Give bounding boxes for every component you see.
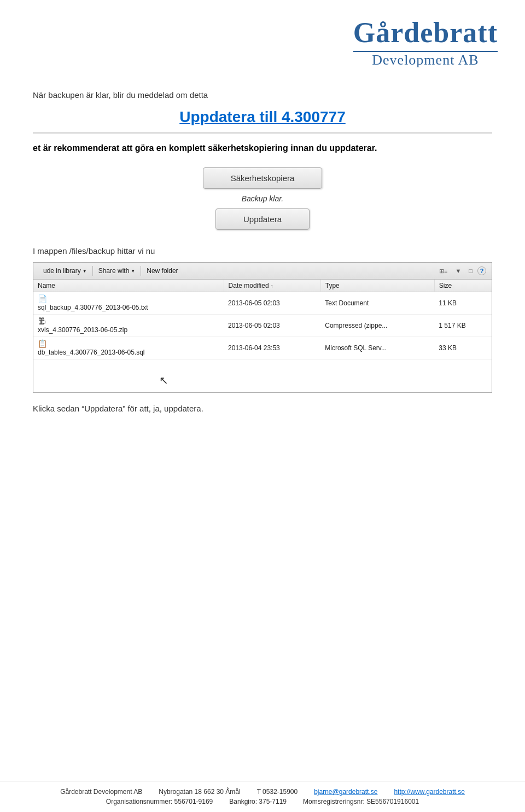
zip-file-icon: 🗜 (38, 317, 46, 326)
backup-status: Backup klar. (242, 194, 284, 203)
footer-phone: T 0532-15900 (257, 788, 298, 796)
update-banner: Uppdatera till 4.300777 (33, 104, 492, 134)
explorer-empty-area: ↖ (33, 359, 492, 392)
file-size: 1 517 KB (434, 315, 492, 337)
col-type[interactable]: Type (320, 280, 434, 292)
toolbar-right: ⊞≡ ▼ □ ? (436, 266, 486, 276)
file-date: 2013-06-04 23:53 (224, 337, 320, 359)
page-wrapper: Gårdebratt Development AB När backupen ä… (0, 0, 525, 812)
table-header-row: Name Date modified ↑ Type Size (33, 280, 492, 292)
footer-company: Gårdebratt Development AB (60, 788, 142, 796)
file-name-cell: 📄sql_backup_4.300776_2013-06-05.txt (33, 292, 224, 315)
logo-sub: Development AB (353, 52, 498, 68)
footer-bankgiro: Bankgiro: 375-7119 (229, 798, 287, 805)
col-date[interactable]: Date modified ↑ (224, 280, 320, 292)
table-row[interactable]: 🗜xvis_4.300776_2013-06-05.zip2013-06-05 … (33, 315, 492, 337)
recommendation-text: et är rekommenderat att göra en komplett… (33, 142, 492, 154)
folder-section: I mappen /files/backup hittar vi nu ude … (33, 246, 492, 393)
logo-container: Gårdebratt Development AB (353, 16, 498, 68)
backup-button[interactable]: Säkerhetskopiera (203, 167, 323, 189)
mouse-cursor-icon: ↖ (159, 374, 168, 387)
header: Gårdebratt Development AB (0, 0, 525, 74)
update-banner-title: Uppdatera till 4.300777 (33, 108, 492, 126)
update-button[interactable]: Uppdatera (215, 208, 310, 230)
footer-moms: Momsregistreringsnr: SE556701916001 (303, 798, 419, 805)
footer-row-2: Organisationsnummer: 556701-9169 Bankgir… (106, 798, 419, 805)
footer-row-1: Gårdebratt Development AB Nybrogatan 18 … (60, 788, 465, 796)
intro-text: När backupen är klar, blir du meddelad o… (33, 90, 492, 100)
include-library-label: ude in library (43, 267, 81, 275)
table-row[interactable]: 📄sql_backup_4.300776_2013-06-05.txt2013-… (33, 292, 492, 315)
explorer-toolbar: ude in library Share with New folder ⊞≡ … (33, 263, 492, 280)
share-with-button[interactable]: Share with (94, 265, 140, 276)
include-library-button[interactable]: ude in library (39, 265, 91, 276)
logo-main: Gårdebratt (353, 16, 498, 49)
footer-org-nr: Organisationsnummer: 556701-9169 (106, 798, 213, 805)
file-name-cell: 📋db_tables_4.300776_2013-06-05.sql (33, 337, 224, 359)
bottom-instruction: Klicka sedan “Uppdatera” för att, ja, up… (33, 404, 492, 413)
main-content: När backupen är klar, blir du meddelad o… (0, 74, 525, 781)
footer-email: bjarne@gardebratt.se (314, 788, 377, 796)
toolbar-separator-2 (141, 266, 141, 276)
file-name: db_tables_4.300776_2013-06-05.sql (38, 349, 145, 356)
view-large-icon[interactable]: □ (466, 266, 475, 276)
file-type: Compressed (zippe... (320, 315, 434, 337)
share-with-label: Share with (98, 267, 130, 275)
folder-intro-text: I mappen /files/backup hittar vi nu (33, 246, 492, 256)
view-details-icon[interactable]: ⊞≡ (436, 266, 450, 276)
sql-file-icon: 📋 (38, 339, 46, 348)
new-folder-label: New folder (147, 267, 178, 275)
file-name: sql_backup_4.300776_2013-06-05.txt (38, 304, 148, 311)
file-name-cell: 🗜xvis_4.300776_2013-06-05.zip (33, 315, 224, 337)
sort-indicator: ↑ (271, 283, 273, 289)
footer-address: Nybrogatan 18 662 30 Åmål (159, 788, 240, 796)
file-date: 2013-06-05 02:03 (224, 315, 320, 337)
footer-website: http://www.gardebratt.se (394, 788, 464, 796)
footer-website-link[interactable]: http://www.gardebratt.se (394, 788, 464, 796)
explorer-window: ude in library Share with New folder ⊞≡ … (33, 262, 492, 393)
file-size: 11 KB (434, 292, 492, 315)
footer-email-link[interactable]: bjarne@gardebratt.se (314, 788, 377, 796)
toolbar-separator-1 (92, 266, 93, 276)
txt-file-icon: 📄 (38, 294, 46, 303)
view-toggle-icon[interactable]: ▼ (452, 266, 464, 276)
file-date: 2013-06-05 02:03 (224, 292, 320, 315)
new-folder-button[interactable]: New folder (142, 265, 182, 276)
file-table: Name Date modified ↑ Type Size (33, 280, 492, 359)
footer: Gårdebratt Development AB Nybrogatan 18 … (0, 781, 525, 812)
col-size[interactable]: Size (434, 280, 492, 292)
file-size: 33 KB (434, 337, 492, 359)
button-area: Säkerhetskopiera Backup klar. Uppdatera (33, 167, 492, 230)
file-type: Microsoft SQL Serv... (320, 337, 434, 359)
file-type: Text Document (320, 292, 434, 315)
table-row[interactable]: 📋db_tables_4.300776_2013-06-05.sql2013-0… (33, 337, 492, 359)
col-name[interactable]: Name (33, 280, 224, 292)
file-name: xvis_4.300776_2013-06-05.zip (38, 326, 127, 334)
help-icon[interactable]: ? (477, 266, 486, 275)
